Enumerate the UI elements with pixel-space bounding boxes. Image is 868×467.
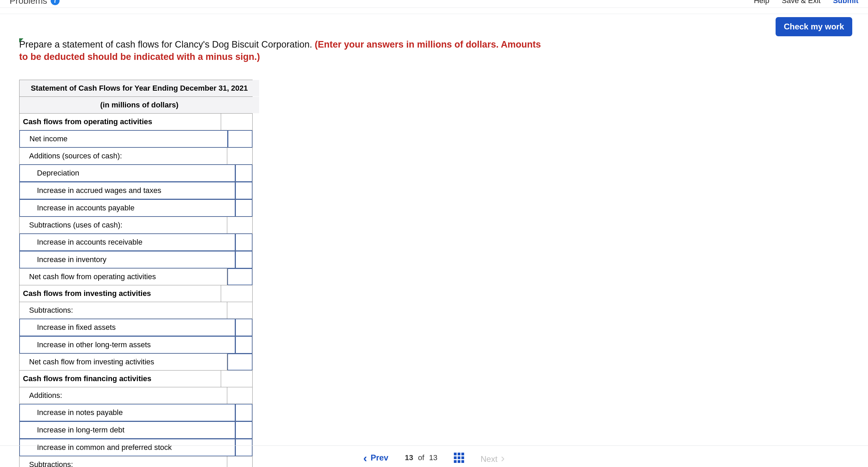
table-row: Net cash flow from investing activities: [20, 353, 252, 370]
top-bar: Problems i Saved Help Save & Exit Submit: [0, 0, 868, 10]
question-prompt: Prepare a statement of cash flows for Cl…: [19, 38, 550, 63]
row-value-fixed_assets[interactable]: [235, 319, 252, 336]
prompt-lead: Prepare a statement of cash flows for Cl…: [19, 39, 315, 50]
page-indicator: 13 of 13: [405, 453, 437, 462]
amount-input-accts_payable[interactable]: [235, 199, 252, 217]
assignment-title: Problems: [10, 0, 47, 6]
table-row: Increase in accounts payable: [20, 199, 252, 217]
topbar-actions: Help Save & Exit Submit: [754, 0, 858, 5]
table-row: Depreciation: [20, 164, 252, 182]
question-nav: Prev 13 of 13 Next: [0, 445, 868, 467]
table-subheader-row: (in millions of dollars): [20, 96, 252, 113]
save-exit-link[interactable]: Save & Exit: [782, 0, 821, 5]
page-sep: of: [418, 453, 424, 462]
row-value-subtr: [227, 217, 252, 233]
nav-next-section: Next: [481, 451, 505, 465]
row-label-accts_recv[interactable]: Increase in accounts receivable: [20, 234, 235, 251]
question-content: Prepare a statement of cash flows for Cl…: [19, 38, 849, 467]
table-row: Cash flows from financing activities: [20, 370, 252, 387]
row-label-inventory[interactable]: Increase in inventory: [20, 251, 235, 268]
row-value-fin_hdr: [221, 371, 252, 387]
amount-input-net_op[interactable]: [228, 269, 252, 285]
row-label-fin_add: Additions:: [20, 387, 227, 404]
table-title: Statement of Cash Flows for Year Ending …: [20, 80, 259, 96]
table-row: Additions:: [20, 387, 252, 404]
nav-prev-section: Prev: [363, 451, 388, 465]
table-row: Additions (sources of cash):: [20, 147, 252, 164]
cashflow-table: Statement of Cash Flows for Year Ending …: [19, 80, 253, 467]
help-link[interactable]: Help: [754, 0, 769, 5]
table-row: Net income: [20, 130, 252, 147]
row-label-fixed_assets[interactable]: Increase in fixed assets: [20, 319, 235, 336]
row-value-depreciation[interactable]: [235, 165, 252, 182]
amount-input-notes_payable[interactable]: [235, 404, 252, 421]
prev-label: Prev: [371, 453, 388, 463]
table-row: Increase in accounts receivable: [20, 233, 252, 251]
table-row: Increase in notes payable: [20, 404, 252, 421]
row-label-net_income[interactable]: Net income: [20, 130, 228, 147]
row-label-inv_sub: Subtractions:: [20, 302, 227, 319]
table-row: Subtractions:: [20, 302, 252, 319]
amount-input-lt_debt[interactable]: [235, 421, 252, 439]
row-label-lt_assets[interactable]: Increase in other long-term assets: [20, 336, 235, 353]
next-button: Next: [481, 451, 505, 465]
row-label-fin_hdr: Cash flows from financing activities: [20, 371, 221, 387]
amount-input-inventory[interactable]: [235, 251, 252, 268]
row-value-lt_debt[interactable]: [235, 421, 252, 439]
row-value-accr_wages[interactable]: [235, 182, 252, 199]
amount-input-net_income[interactable]: [228, 130, 252, 147]
amount-input-net_inv[interactable]: [228, 354, 252, 370]
row-label-net_inv: Net cash flow from investing activities: [20, 354, 227, 370]
table-row: Cash flows from operating activities: [20, 113, 252, 130]
row-value-lt_assets[interactable]: [235, 336, 252, 353]
table-row: Increase in fixed assets: [20, 319, 252, 336]
row-label-lt_debt[interactable]: Increase in long-term debt: [20, 421, 235, 439]
row-label-accts_payable[interactable]: Increase in accounts payable: [20, 199, 235, 217]
prev-button[interactable]: Prev: [363, 451, 388, 465]
table-header-row: Statement of Cash Flows for Year Ending …: [20, 80, 252, 96]
table-row: Increase in other long-term assets: [20, 336, 252, 353]
assignment-breadcrumb: Problems i: [10, 0, 60, 6]
row-label-accr_wages[interactable]: Increase in accrued wages and taxes: [20, 182, 235, 199]
row-label-op_hdr: Cash flows from operating activities: [20, 114, 221, 130]
divider: [0, 14, 868, 14]
amount-input-accts_recv[interactable]: [235, 234, 252, 251]
row-value-accts_payable[interactable]: [235, 199, 252, 217]
table-subtitle: (in millions of dollars): [20, 97, 259, 113]
row-label-net_op: Net cash flow from operating activities: [20, 269, 227, 285]
row-value-accts_recv[interactable]: [235, 234, 252, 251]
amount-input-fixed_assets[interactable]: [235, 319, 252, 336]
row-value-additions: [227, 148, 252, 164]
table-row: Increase in accrued wages and taxes: [20, 182, 252, 199]
row-value-inv_hdr: [221, 285, 252, 302]
page-current: 13: [405, 453, 413, 462]
dropdown-flag-icon: [19, 38, 23, 42]
row-label-notes_payable[interactable]: Increase in notes payable: [20, 404, 235, 421]
row-label-additions: Additions (sources of cash):: [20, 148, 227, 164]
table-row: Increase in inventory: [20, 251, 252, 268]
table-row: Increase in long-term debt: [20, 421, 252, 439]
row-label-inv_hdr: Cash flows from investing activities: [20, 285, 221, 302]
submit-link[interactable]: Submit: [833, 0, 858, 5]
amount-input-lt_assets[interactable]: [235, 336, 252, 353]
table-row: Subtractions (uses of cash):: [20, 217, 252, 233]
next-label: Next: [481, 454, 497, 464]
question-toolbar: Check my work: [776, 17, 852, 36]
divider: [0, 8, 868, 8]
grid-icon[interactable]: [454, 453, 464, 463]
row-label-depreciation[interactable]: Depreciation: [20, 165, 235, 182]
check-my-work-button[interactable]: Check my work: [776, 17, 852, 36]
row-value-inventory[interactable]: [235, 251, 252, 268]
table-row: Net cash flow from operating activities: [20, 268, 252, 285]
row-value-net_income[interactable]: [228, 130, 252, 147]
row-value-notes_payable[interactable]: [235, 404, 252, 421]
page-total: 13: [429, 453, 437, 462]
row-value-net_op[interactable]: [227, 269, 252, 285]
info-icon[interactable]: i: [51, 0, 60, 5]
amount-input-depreciation[interactable]: [235, 165, 252, 182]
row-value-op_hdr: [221, 114, 252, 130]
row-value-fin_add: [227, 387, 252, 404]
amount-input-accr_wages[interactable]: [235, 182, 252, 199]
row-value-net_inv[interactable]: [227, 354, 252, 370]
row-label-subtr: Subtractions (uses of cash):: [20, 217, 227, 233]
